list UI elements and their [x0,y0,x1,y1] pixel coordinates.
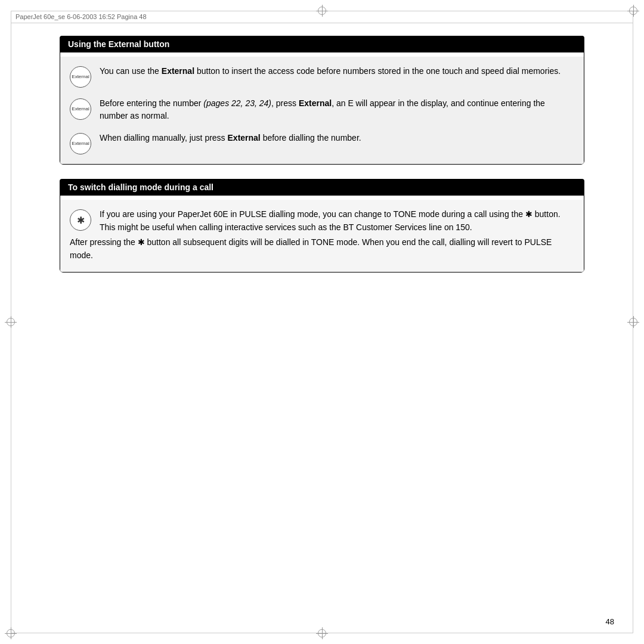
section1-title: Using the External button [60,36,584,52]
section2-para1: If you are using your PaperJet 60E in PU… [100,208,574,234]
external-item-3: External When dialling manually, just pr… [70,132,574,154]
external-button-icon-2: External [70,98,91,120]
external-item-2: External Before entering the number (pag… [70,97,574,122]
main-content: Using the External button External You c… [60,36,584,608]
header-text: PaperJet 60e_se 6-06-2003 16:52 Pagina 4… [16,13,147,20]
section2-content: ✱ If you are using your PaperJet 60E in … [60,200,584,272]
page-number: 48 [606,617,614,626]
star-button-icon: ✱ [70,209,91,231]
crosshair-right-center [627,316,639,328]
crosshair-bottom-left [5,627,17,639]
switch-row: ✱ If you are using your PaperJet 60E in … [70,208,574,234]
external-item-3-text: When dialling manually, just press Exter… [100,132,574,144]
section1-content: External You can use the External button… [60,57,584,164]
external-item-1-text: You can use the External button to inser… [100,65,574,78]
crosshair-top-right [627,5,639,17]
section-external-button: Using the External button External You c… [60,36,584,165]
section-dialling-mode: To switch dialling mode during a call ✱ … [60,179,584,273]
crosshair-top-center [316,5,328,17]
external-item-1: External You can use the External button… [70,65,574,88]
external-item-2-text: Before entering the number (pages 22, 23… [100,97,574,122]
external-button-icon-3: External [70,133,91,154]
crosshair-bottom-center [316,627,328,639]
crosshair-left-center [5,316,17,328]
external-button-icon-1: External [70,66,91,88]
section2-para2: After pressing the ✱ button all subseque… [70,236,574,262]
switch-text-block: If you are using your PaperJet 60E in PU… [100,208,574,234]
section2-title: To switch dialling mode during a call [60,179,584,196]
